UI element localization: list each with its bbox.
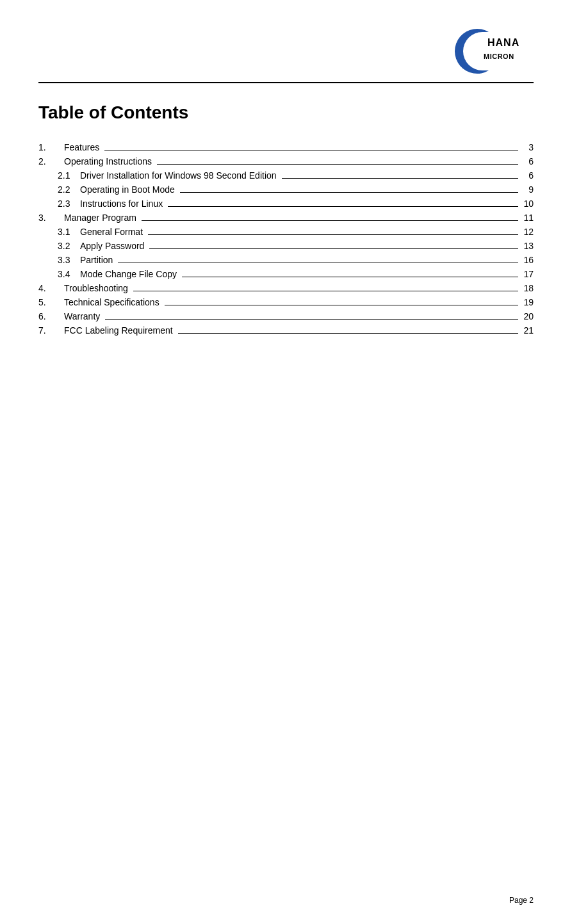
toc-item: 2.3Instructions for Linux10	[38, 199, 534, 209]
toc-item-dots	[180, 192, 518, 193]
toc-item-num: 1.	[38, 142, 64, 152]
toc-item: 7.FCC Labeling Requirement21	[38, 325, 534, 336]
toc-item-label: Partition	[80, 255, 113, 265]
toc-item-label: Operating Instructions	[64, 156, 152, 166]
footer: Page 2	[509, 896, 534, 905]
logo-container: HANA MICRON	[431, 26, 534, 77]
toc-item: 5.Technical Specifications19	[38, 297, 534, 307]
toc-item: 3.3Partition16	[38, 255, 534, 265]
toc-item-num: 3.1	[58, 227, 80, 237]
page: HANA MICRON Table of Contents 1.Features…	[0, 0, 572, 924]
toc-item-label: Troubleshooting	[64, 283, 128, 293]
toc-item-page: 19	[521, 297, 534, 307]
toc-item-num: 4.	[38, 283, 64, 293]
toc-item-page: 16	[521, 255, 534, 265]
toc-item-label: Technical Specifications	[64, 297, 159, 307]
toc-item-dots	[282, 178, 518, 179]
toc-item-num: 2.1	[58, 170, 80, 181]
toc-item-num: 2.3	[58, 199, 80, 209]
toc-item-dots	[105, 319, 518, 320]
toc-item-num: 3.2	[58, 241, 80, 251]
toc-item-dots	[133, 291, 518, 291]
toc-item: 1.Features3	[38, 142, 534, 152]
toc-item-page: 10	[521, 199, 534, 209]
toc-item: 3.Manager Program11	[38, 213, 534, 223]
toc-item-dots	[104, 150, 518, 150]
toc-item-label: Apply Password	[80, 241, 144, 251]
page-number: Page 2	[509, 896, 534, 905]
hana-micron-logo: HANA MICRON	[431, 26, 534, 77]
toc-item-dots	[178, 333, 518, 334]
toc-item: 6.Warranty20	[38, 311, 534, 321]
toc-item: 2.2Operating in Boot Mode9	[38, 184, 534, 195]
toc-item-dots	[165, 305, 518, 305]
toc-item-page: 21	[521, 325, 534, 336]
toc-item-num: 3.4	[58, 269, 80, 279]
toc-item-label: Features	[64, 142, 99, 152]
toc-item-label: General Format	[80, 227, 143, 237]
toc-item-num: 7.	[38, 325, 64, 336]
toc-item-dots	[148, 234, 518, 235]
toc-item-num: 2.2	[58, 184, 80, 195]
toc-item-num: 3.3	[58, 255, 80, 265]
toc-item-page: 11	[521, 213, 534, 223]
toc-item-page: 6	[521, 156, 534, 166]
toc-item: 3.1General Format12	[38, 227, 534, 237]
toc-item-label: Manager Program	[64, 213, 136, 223]
toc-item-dots	[149, 248, 518, 249]
toc-item-page: 20	[521, 311, 534, 321]
toc-item-page: 12	[521, 227, 534, 237]
toc-item-dots	[182, 277, 518, 277]
toc-item-label: Warranty	[64, 311, 100, 321]
toc-item-dots	[118, 263, 518, 263]
svg-text:MICRON: MICRON	[484, 53, 514, 60]
toc-item-label: Operating in Boot Mode	[80, 184, 175, 195]
toc-section: 1.Features32.Operating Instructions62.1D…	[38, 142, 534, 336]
toc-item-num: 5.	[38, 297, 64, 307]
toc-item-num: 6.	[38, 311, 64, 321]
toc-item-dots	[168, 206, 518, 207]
toc-item: 3.4Mode Change File Copy17	[38, 269, 534, 279]
svg-text:HANA: HANA	[487, 37, 519, 48]
toc-item-dots	[142, 220, 518, 221]
toc-item-label: FCC Labeling Requirement	[64, 325, 173, 336]
header: HANA MICRON	[38, 26, 534, 77]
toc-item-label: Driver Installation for Windows 98 Secon…	[80, 170, 277, 181]
toc-item-page: 3	[521, 142, 534, 152]
toc-item-num: 2.	[38, 156, 64, 166]
header-divider	[38, 82, 534, 83]
toc-item-page: 9	[521, 184, 534, 195]
page-title: Table of Contents	[38, 102, 534, 123]
toc-item: 3.2Apply Password13	[38, 241, 534, 251]
toc-item-label: Mode Change File Copy	[80, 269, 177, 279]
toc-item: 2.Operating Instructions6	[38, 156, 534, 166]
toc-item-label: Instructions for Linux	[80, 199, 163, 209]
toc-item: 4.Troubleshooting18	[38, 283, 534, 293]
toc-item-page: 17	[521, 269, 534, 279]
toc-item-page: 18	[521, 283, 534, 293]
toc-item: 2.1Driver Installation for Windows 98 Se…	[38, 170, 534, 181]
toc-item-dots	[157, 164, 518, 165]
toc-item-page: 13	[521, 241, 534, 251]
toc-item-page: 6	[521, 170, 534, 181]
toc-item-num: 3.	[38, 213, 64, 223]
